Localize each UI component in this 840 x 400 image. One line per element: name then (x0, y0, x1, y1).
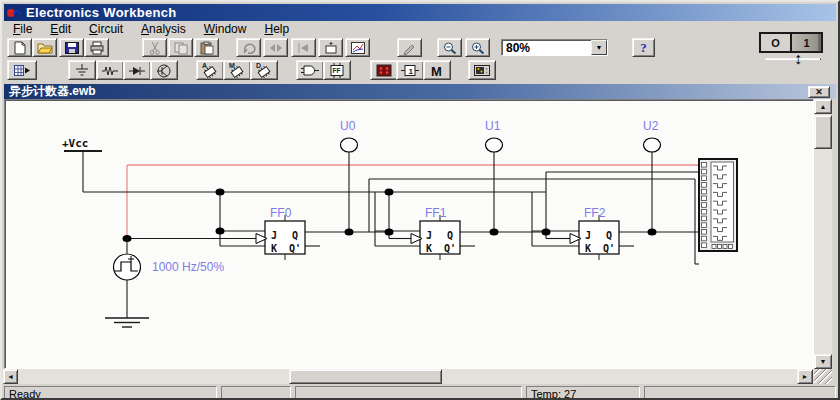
print-button[interactable] (84, 38, 109, 57)
menu-help[interactable]: Help (255, 21, 298, 37)
zoom-out-button[interactable] (437, 38, 462, 57)
display-graphs-button[interactable] (345, 38, 370, 57)
clock-source[interactable]: 1000 Hz/50% (114, 239, 225, 319)
controls-bin-icon: 1 (401, 63, 419, 78)
controls-bin-button[interactable]: 1 (396, 60, 424, 80)
digital-ics-icon: D (255, 62, 273, 78)
document-title-bar[interactable]: 异步计数器.ewb (4, 84, 836, 99)
copy-button[interactable] (168, 38, 193, 57)
vcc-source[interactable]: +Vcc (62, 137, 89, 150)
power-on-label[interactable]: 1 (790, 34, 821, 51)
ground-symbol[interactable] (105, 318, 149, 327)
misc-bin-icon: M (428, 63, 446, 78)
status-ready-panel: Ready (4, 386, 217, 400)
indicators-bin-button[interactable] (370, 60, 398, 80)
horizontal-scrollbar-thumb[interactable] (289, 369, 442, 384)
help-button[interactable]: ? (632, 38, 655, 57)
transistor-icon (155, 63, 173, 78)
chevron-down-icon: ▼ (596, 44, 603, 51)
diodes-bin-button[interactable] (123, 60, 151, 80)
status-panel-2 (221, 386, 291, 400)
menu-analysis[interactable]: Analysis (132, 21, 195, 37)
zoom-combo-dropdown-button[interactable]: ▼ (591, 40, 607, 55)
mixed-ics-bin-button[interactable]: M (223, 60, 251, 80)
horizontal-scrollbar[interactable]: ◄ ► (2, 369, 814, 384)
ff1-pin-k: K (426, 243, 432, 254)
flipflop-ff2[interactable]: J K Q Q' FF2 (570, 206, 619, 260)
flip-vertical-button[interactable] (291, 38, 316, 57)
misc-bin-button[interactable]: M (423, 60, 451, 80)
digital-ics-bin-button[interactable]: D (250, 60, 278, 80)
svg-text:M: M (431, 63, 442, 78)
properties-brush-icon (402, 41, 418, 55)
scroll-left-button[interactable]: ◄ (3, 369, 18, 384)
probe-u1[interactable]: U1 (485, 119, 503, 152)
paste-button[interactable] (194, 38, 219, 57)
arrow-down-icon: ▼ (820, 358, 827, 365)
zoom-in-button[interactable] (465, 38, 490, 57)
menu-window[interactable]: Window (195, 21, 256, 37)
component-properties-button[interactable] (397, 38, 422, 57)
mixed-ics-icon: M (228, 62, 246, 78)
resize-grip[interactable] (814, 369, 832, 384)
scroll-right-button[interactable]: ► (797, 369, 813, 384)
flip-horizontal-button[interactable] (263, 38, 288, 57)
basic-bin-button[interactable] (96, 60, 124, 80)
window-right-padding (832, 99, 840, 384)
logic-gates-bin-button[interactable] (296, 60, 324, 80)
main-toolbar: 80% ▼ ? (4, 36, 836, 60)
ff0-pin-qn: Q' (289, 243, 301, 254)
power-off-label[interactable]: O (761, 34, 790, 51)
zoom-level-combo[interactable]: 80% ▼ (501, 39, 608, 56)
status-ready-text: Ready (9, 388, 41, 400)
open-button[interactable] (32, 38, 57, 57)
clock-label: 1000 Hz/50% (152, 260, 224, 274)
digital-bin-button[interactable]: FF (323, 60, 351, 80)
favorites-bin-icon (13, 63, 31, 78)
indicator-display-icon (375, 63, 393, 78)
vertical-scrollbar-thumb[interactable] (814, 115, 832, 149)
probe-u2[interactable]: U2 (643, 119, 661, 152)
cut-scissors-icon (147, 41, 163, 55)
logic-analyzer[interactable] (699, 159, 737, 251)
ff2-label: FF2 (584, 206, 606, 220)
menu-edit[interactable]: Edit (41, 21, 80, 37)
close-icon: ✕ (815, 88, 823, 97)
power-switch[interactable]: O 1 (759, 32, 823, 53)
probe-u0[interactable]: U0 (340, 119, 358, 152)
create-subcircuit-button[interactable] (318, 38, 343, 57)
transistors-bin-button[interactable] (150, 60, 178, 80)
new-file-icon (12, 41, 28, 55)
instruments-bin-button[interactable] (468, 60, 496, 80)
new-button[interactable] (7, 38, 32, 57)
graphs-icon (350, 41, 366, 55)
circuit-drawing: +Vcc 1000 Hz/50% U0 U1 U2 (4, 99, 814, 369)
title-bar[interactable]: Electronics Workbench (4, 4, 836, 21)
ff1-pin-j: J (426, 230, 432, 241)
analog-ics-icon: A (201, 62, 219, 78)
rotate-button[interactable] (236, 38, 261, 57)
scroll-up-button[interactable]: ▲ (814, 99, 832, 114)
sources-bin-button[interactable] (68, 60, 96, 80)
vertical-scrollbar[interactable]: ▲ ▼ (814, 99, 832, 369)
ff2-pin-k: K (585, 243, 591, 254)
cut-button[interactable] (142, 38, 167, 57)
analog-ics-bin-button[interactable]: A (196, 60, 224, 80)
menu-file[interactable]: File (4, 21, 41, 37)
flipflop-ff0[interactable]: J K Q Q' FF0 (256, 206, 305, 260)
menu-circuit[interactable]: Circuit (80, 21, 132, 37)
status-panel-3 (295, 386, 522, 400)
svg-text:1: 1 (409, 66, 414, 75)
document-close-button[interactable]: ✕ (808, 86, 830, 98)
mouse-cursor-resize-icon: ↕ (794, 50, 802, 68)
vcc-label: +Vcc (62, 137, 89, 150)
favorites-bin-button[interactable] (7, 60, 37, 80)
svg-text:D: D (256, 62, 261, 69)
app-window: Electronics Workbench File Edit Circuit … (0, 0, 840, 400)
save-button[interactable] (59, 38, 84, 57)
diode-icon (128, 63, 146, 78)
flip-vertical-icon (296, 41, 312, 55)
flipflop-ff1[interactable]: J K Q Q' FF1 (411, 206, 460, 260)
oscilloscope-icon (473, 63, 491, 78)
scroll-down-button[interactable]: ▼ (814, 354, 832, 369)
